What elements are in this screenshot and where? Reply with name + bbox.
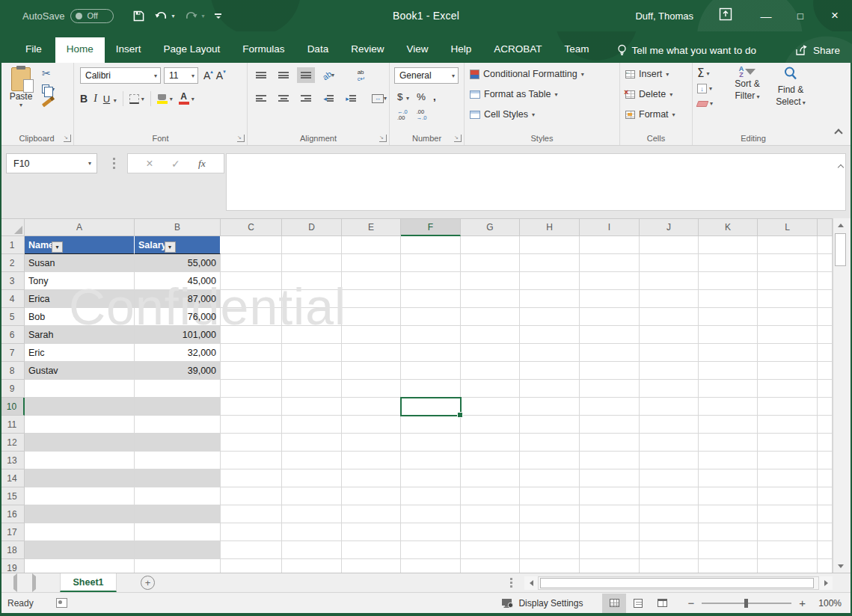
cell-L8[interactable]	[758, 362, 818, 380]
insert-cells-button[interactable]: Insert ▾	[625, 69, 669, 79]
tab-view[interactable]: View	[395, 37, 439, 63]
cell-F9[interactable]	[401, 380, 461, 398]
row-header-5[interactable]: 5	[0, 308, 25, 326]
cell-M11[interactable]	[818, 416, 833, 434]
paste-button[interactable]: Paste ▾	[4, 66, 38, 124]
cell-D4[interactable]	[282, 290, 342, 308]
cell-H11[interactable]	[520, 416, 580, 434]
row-header-3[interactable]: 3	[0, 272, 25, 290]
cell-I9[interactable]	[580, 380, 640, 398]
cell-C9[interactable]	[221, 380, 282, 398]
tab-team[interactable]: Team	[553, 37, 600, 63]
cell-K1[interactable]	[699, 236, 758, 254]
cell-D6[interactable]	[282, 326, 342, 344]
cell-J14[interactable]	[640, 469, 699, 487]
comma-style-button[interactable]: ,	[433, 91, 436, 102]
format-dropdown-icon[interactable]: ▾	[672, 111, 675, 118]
cell-K11[interactable]	[699, 416, 758, 434]
cell-I2[interactable]	[580, 254, 640, 272]
cell-M15[interactable]	[818, 487, 833, 505]
cell-J5[interactable]	[640, 308, 699, 326]
cell-F1[interactable]	[401, 236, 461, 254]
cell-I3[interactable]	[580, 272, 640, 290]
column-header-C[interactable]: C	[221, 219, 282, 236]
cell-K15[interactable]	[699, 487, 758, 505]
conditional-formatting-button[interactable]: Conditional Formatting ▾	[470, 69, 584, 79]
cell-J13[interactable]	[640, 452, 699, 469]
cell-L5[interactable]	[758, 308, 818, 326]
font-size-dropdown-icon[interactable]: ▾	[191, 73, 194, 79]
wrap-text-button[interactable]: abc↵	[352, 67, 370, 83]
cell-K6[interactable]	[699, 326, 758, 344]
cell-A3[interactable]: Tony	[25, 272, 135, 290]
cell-I10[interactable]	[580, 398, 640, 416]
cell-A12[interactable]	[25, 434, 135, 452]
cell-A8[interactable]: Gustav	[25, 362, 135, 380]
cell-B15[interactable]	[135, 487, 221, 505]
cell-H7[interactable]	[520, 344, 580, 362]
cell-F2[interactable]	[401, 254, 461, 272]
cell-F11[interactable]	[401, 416, 461, 434]
cell-H10[interactable]	[520, 398, 580, 416]
cell-J15[interactable]	[640, 487, 699, 505]
cell-I12[interactable]	[580, 434, 640, 452]
autosave-toggle[interactable]: AutoSave Off	[22, 9, 114, 23]
alignment-dialog-launcher[interactable]: ↘	[379, 135, 387, 142]
cell-D16[interactable]	[282, 505, 342, 523]
cell-I19[interactable]	[580, 559, 640, 573]
vertical-scrollbar[interactable]	[833, 218, 848, 573]
cell-H16[interactable]	[520, 505, 580, 523]
formula-bar-resize-handle[interactable]	[113, 158, 115, 160]
cell-A11[interactable]	[25, 416, 135, 434]
row-header-9[interactable]: 9	[0, 380, 25, 398]
cell-C15[interactable]	[221, 487, 282, 505]
zoom-slider-thumb[interactable]	[744, 599, 748, 608]
cell-D17[interactable]	[282, 523, 342, 541]
cell-F16[interactable]	[401, 505, 461, 523]
row-header-16[interactable]: 16	[0, 505, 25, 523]
merge-center-button[interactable]: ↔▾	[370, 90, 388, 106]
cell-G12[interactable]	[461, 434, 520, 452]
cell-J19[interactable]	[640, 559, 699, 573]
autosum-button[interactable]: Σ▾	[697, 67, 713, 80]
cell-D15[interactable]	[282, 487, 342, 505]
cell-I17[interactable]	[580, 523, 640, 541]
cell-H4[interactable]	[520, 290, 580, 308]
new-sheet-button[interactable]: +	[141, 576, 155, 590]
row-header-13[interactable]: 13	[0, 452, 25, 469]
cell-B10[interactable]	[135, 398, 221, 416]
cell-E8[interactable]	[342, 362, 401, 380]
tab-help[interactable]: Help	[439, 37, 482, 63]
tab-insert[interactable]: Insert	[105, 37, 153, 63]
minimize-button[interactable]: —	[749, 0, 783, 31]
cell-E14[interactable]	[342, 469, 401, 487]
cell-I4[interactable]	[580, 290, 640, 308]
cell-styles-dropdown-icon[interactable]: ▾	[532, 111, 535, 118]
tab-bar-resize-handle[interactable]	[510, 582, 512, 584]
cell-C18[interactable]	[221, 541, 282, 559]
cell-A1[interactable]: Name▾	[25, 236, 135, 254]
cell-D8[interactable]	[282, 362, 342, 380]
collapse-ribbon-button[interactable]	[836, 126, 842, 139]
conditional-formatting-dropdown-icon[interactable]: ▾	[581, 71, 584, 78]
page-layout-view-button[interactable]	[626, 594, 650, 613]
cell-D3[interactable]	[282, 272, 342, 290]
column-header-F[interactable]: F	[401, 219, 461, 236]
cell-L1[interactable]	[758, 236, 818, 254]
cell-A18[interactable]	[25, 541, 135, 559]
cell-G13[interactable]	[461, 452, 520, 469]
number-dialog-launcher[interactable]: ↘	[454, 135, 462, 142]
ribbon-display-options-button[interactable]	[719, 7, 732, 24]
undo-button[interactable]: ▾	[155, 10, 174, 21]
sheet-tab-sheet1[interactable]: Sheet1	[60, 573, 117, 592]
row-header-19[interactable]: 19	[0, 559, 25, 573]
cell-A6[interactable]: Sarah	[25, 326, 135, 344]
cell-C16[interactable]	[221, 505, 282, 523]
cell-H3[interactable]	[520, 272, 580, 290]
scroll-left-button[interactable]	[524, 576, 538, 590]
cell-B11[interactable]	[135, 416, 221, 434]
cell-L18[interactable]	[758, 541, 818, 559]
filter-button-A1[interactable]: ▾	[52, 241, 63, 253]
cell-B19[interactable]	[135, 559, 221, 573]
cell-B18[interactable]	[135, 541, 221, 559]
